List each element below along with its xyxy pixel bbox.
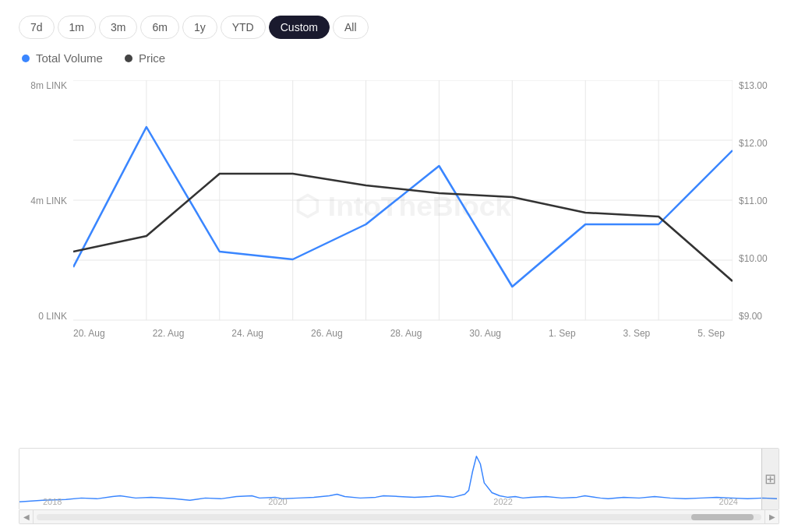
y-label-0: 0 LINK bbox=[19, 311, 67, 322]
x-axis: 20. Aug 22. Aug 24. Aug 26. Aug 28. Aug … bbox=[19, 323, 779, 339]
y-label-12: $12.00 bbox=[739, 138, 779, 149]
x-label-3: 26. Aug bbox=[311, 328, 343, 339]
scroll-track[interactable] bbox=[37, 514, 761, 520]
scroll-bar: ◀ ▶ bbox=[19, 510, 779, 524]
time-filter-bar: 7d1m3m6m1yYTDCustomAll bbox=[19, 16, 779, 39]
x-label-1: 22. Aug bbox=[153, 328, 185, 339]
y-label-9: $9.00 bbox=[739, 311, 779, 322]
y-label-11: $11.00 bbox=[739, 196, 779, 206]
filter-btn-6m[interactable]: 6m bbox=[140, 16, 178, 39]
legend-label-price: Price bbox=[139, 51, 165, 65]
legend-dot-price bbox=[125, 55, 132, 62]
y-label-4m: 4m LINK bbox=[19, 196, 67, 206]
x-label-2: 24. Aug bbox=[231, 328, 263, 339]
x-label-5: 30. Aug bbox=[469, 328, 501, 339]
legend-dot-volume bbox=[22, 55, 30, 62]
filter-btn-1y[interactable]: 1y bbox=[182, 16, 217, 39]
mini-chart-wrapper: 2018 2020 2022 2024 ⊞ bbox=[19, 448, 779, 510]
filter-btn-ytd[interactable]: YTD bbox=[221, 16, 266, 39]
mini-chart-handle[interactable]: ⊞ bbox=[761, 449, 779, 509]
filter-btn-3m[interactable]: 3m bbox=[99, 16, 137, 39]
filter-btn-1m[interactable]: 1m bbox=[58, 16, 96, 39]
handle-icon: ⊞ bbox=[764, 470, 776, 488]
filter-btn-7d[interactable]: 7d bbox=[19, 16, 55, 39]
scroll-thumb[interactable] bbox=[691, 514, 754, 520]
scroll-left-arrow[interactable]: ◀ bbox=[19, 510, 34, 524]
legend-total-volume: Total Volume bbox=[22, 51, 103, 65]
x-label-0: 20. Aug bbox=[73, 328, 105, 339]
x-label-8: 5. Sep bbox=[697, 328, 725, 339]
mini-chart-svg bbox=[19, 449, 779, 509]
y-label-8m: 8m LINK bbox=[19, 80, 67, 91]
legend-label-volume: Total Volume bbox=[36, 51, 103, 65]
chart-legend: Total Volume Price bbox=[19, 51, 779, 65]
y-axis-left: 8m LINK 4m LINK 0 LINK bbox=[19, 80, 73, 322]
filter-btn-custom[interactable]: Custom bbox=[269, 16, 330, 39]
legend-price: Price bbox=[125, 51, 165, 65]
chart-container: 7d1m3m6m1yYTDCustomAll Total Volume Pric… bbox=[0, 0, 798, 532]
x-label-6: 1. Sep bbox=[549, 328, 576, 339]
x-label-4: 28. Aug bbox=[390, 328, 422, 339]
y-label-13: $13.00 bbox=[739, 80, 779, 91]
price-line bbox=[73, 174, 733, 281]
main-chart-svg: ⬡ IntoTheBlock bbox=[73, 80, 733, 322]
scroll-right-arrow[interactable]: ▶ bbox=[764, 510, 779, 524]
y-axis-right: $13.00 $12.00 $11.00 $10.00 $9.00 bbox=[733, 80, 779, 322]
x-label-7: 3. Sep bbox=[623, 328, 651, 339]
y-label-10: $10.00 bbox=[739, 253, 779, 264]
main-chart: 8m LINK 4m LINK 0 LINK $13.00 $12.00 $11… bbox=[19, 80, 779, 322]
svg-rect-15 bbox=[19, 449, 779, 509]
mini-chart-section: 2018 2020 2022 2024 ⊞ ◀ ▶ bbox=[19, 448, 779, 524]
chart-area: 8m LINK 4m LINK 0 LINK $13.00 $12.00 $11… bbox=[19, 80, 779, 443]
chart-svg-container: ⬡ IntoTheBlock bbox=[73, 80, 733, 322]
filter-btn-all[interactable]: All bbox=[333, 16, 369, 39]
